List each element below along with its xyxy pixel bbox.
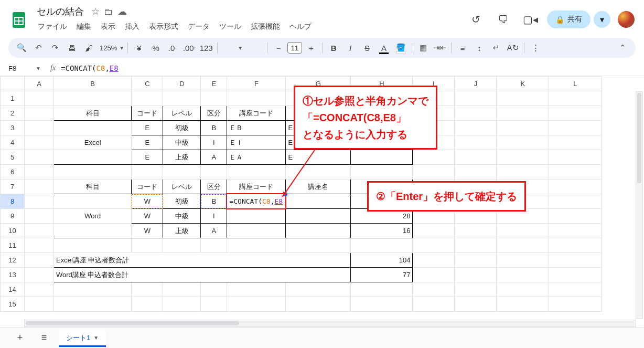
cell-B12[interactable]: Excel講座 申込者数合計	[54, 253, 132, 268]
cell-B7[interactable]: 科目	[54, 180, 132, 194]
menu-view[interactable]: 表示	[96, 20, 120, 34]
menu-data[interactable]: データ	[184, 20, 214, 34]
cell-C4[interactable]: E	[132, 135, 163, 150]
cell-L3[interactable]	[549, 121, 602, 135]
cell-C15[interactable]	[132, 297, 163, 312]
row-header-4[interactable]: 4	[1, 135, 25, 150]
cell-C8[interactable]: W	[132, 194, 163, 209]
cell-A5[interactable]	[25, 150, 54, 165]
cell-J13[interactable]	[455, 268, 497, 282]
cell-D14[interactable]	[163, 282, 201, 297]
col-header-K[interactable]: K	[497, 77, 549, 91]
cell-F10[interactable]	[227, 224, 286, 238]
cell-E10[interactable]: A	[201, 224, 227, 238]
share-dropdown[interactable]: ▾	[594, 11, 610, 28]
cell-A2[interactable]	[25, 106, 54, 121]
align-v-icon[interactable]: ↕	[471, 40, 487, 56]
menu-insert[interactable]: 挿入	[121, 20, 144, 34]
cell-I15[interactable]	[413, 297, 455, 312]
strikethrough-icon[interactable]: S	[359, 40, 375, 56]
meet-icon[interactable]: ▢◂	[520, 9, 541, 30]
wrap-icon[interactable]: ↵	[488, 40, 504, 56]
row-header-1[interactable]: 1	[1, 91, 25, 106]
cell-K1[interactable]	[497, 91, 549, 106]
zoom-select[interactable]: 125%▼	[98, 44, 124, 52]
more-icon[interactable]: ⋮	[528, 40, 543, 56]
cell-G15[interactable]	[286, 297, 351, 312]
font-size-minus[interactable]: −	[271, 40, 286, 56]
cell-K10[interactable]	[497, 224, 549, 238]
cell-E9[interactable]: I	[201, 209, 227, 224]
cell-J14[interactable]	[455, 282, 497, 297]
print-icon[interactable]: 🖶	[64, 40, 80, 56]
cell-C1[interactable]	[132, 91, 163, 106]
rotate-icon[interactable]: A↻	[505, 40, 521, 56]
cell-B8[interactable]	[54, 194, 132, 209]
cell-G7[interactable]: 講座名	[286, 180, 351, 194]
col-header-L[interactable]: L	[549, 77, 602, 91]
merge-icon[interactable]: ⇥⇤	[432, 40, 448, 56]
font-select[interactable]: ▼	[221, 45, 264, 51]
cell-B10[interactable]	[54, 224, 132, 238]
row-header-9[interactable]: 9	[1, 209, 25, 224]
fill-color-icon[interactable]: 🪣	[393, 40, 409, 56]
history-icon[interactable]: ↺	[465, 9, 486, 30]
name-box[interactable]: F8 ▼	[8, 65, 45, 72]
cell-G8[interactable]	[286, 194, 351, 209]
spreadsheet-grid[interactable]: ABCDEFGHIJKL12科目コードレベル区分講座コード講座名申込者数3E初級…	[0, 76, 644, 312]
row-header-8[interactable]: 8	[1, 194, 25, 209]
cell-B13[interactable]: Word講座 申込者数合計	[54, 268, 132, 282]
cell-E13[interactable]	[201, 268, 227, 282]
cell-K13[interactable]	[497, 268, 549, 282]
doc-title[interactable]: セルの結合	[34, 4, 87, 19]
cell-D10[interactable]: 上級	[163, 224, 201, 238]
cell-J10[interactable]	[455, 224, 497, 238]
cell-D9[interactable]: 中級	[163, 209, 201, 224]
cell-A9[interactable]	[25, 209, 54, 224]
cell-C2[interactable]: コード	[132, 106, 163, 121]
row-header-7[interactable]: 7	[1, 180, 25, 194]
cell-D4[interactable]: 中級	[163, 135, 201, 150]
move-icon[interactable]: 🗀	[104, 6, 113, 17]
cell-A3[interactable]	[25, 121, 54, 135]
cell-F12[interactable]	[227, 253, 286, 268]
cell-A11[interactable]	[25, 238, 54, 253]
cell-B5[interactable]	[54, 150, 132, 165]
redo-icon[interactable]: ↷	[47, 40, 63, 56]
cell-L1[interactable]	[549, 91, 602, 106]
cell-F4[interactable]: ＥＩ	[227, 135, 286, 150]
cell-D2[interactable]: レベル	[163, 106, 201, 121]
cell-H6[interactable]	[351, 165, 413, 180]
col-header-J[interactable]: J	[455, 77, 497, 91]
cell-K11[interactable]	[497, 238, 549, 253]
cell-D3[interactable]: 初級	[163, 121, 201, 135]
cell-I13[interactable]	[413, 268, 455, 282]
row-header-14[interactable]: 14	[1, 282, 25, 297]
cell-B9[interactable]: Word	[54, 209, 132, 224]
cell-F13[interactable]	[227, 268, 286, 282]
cell-E5[interactable]: A	[201, 150, 227, 165]
row-header-5[interactable]: 5	[1, 150, 25, 165]
cell-C5[interactable]: E	[132, 150, 163, 165]
avatar[interactable]	[617, 10, 636, 29]
cell-J3[interactable]	[455, 121, 497, 135]
cell-L9[interactable]	[549, 209, 602, 224]
cell-L4[interactable]	[549, 135, 602, 150]
cell-L14[interactable]	[549, 282, 602, 297]
cell-K6[interactable]	[497, 165, 549, 180]
cell-A15[interactable]	[25, 297, 54, 312]
cell-K4[interactable]	[497, 135, 549, 150]
row-header-10[interactable]: 10	[1, 224, 25, 238]
cell-L12[interactable]	[549, 253, 602, 268]
cell-F7[interactable]: 講座コード	[227, 180, 286, 194]
cell-J4[interactable]	[455, 135, 497, 150]
cell-B1[interactable]	[54, 91, 132, 106]
cell-L15[interactable]	[549, 297, 602, 312]
cell-A13[interactable]	[25, 268, 54, 282]
formula-input[interactable]: =CONCAT(C8,E8	[61, 62, 644, 75]
cell-G10[interactable]	[286, 224, 351, 238]
sheets-logo[interactable]	[8, 9, 29, 30]
cell-G9[interactable]	[286, 209, 351, 224]
cell-D8[interactable]: 初級	[163, 194, 201, 209]
cell-C3[interactable]: E	[132, 121, 163, 135]
